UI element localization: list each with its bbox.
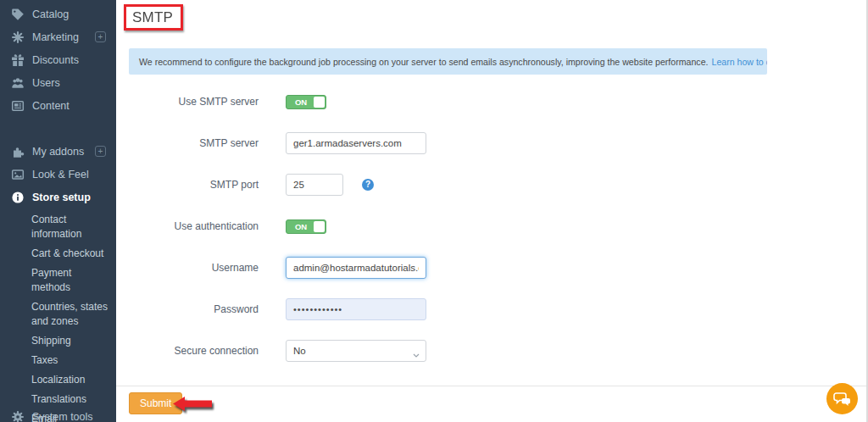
toggle-on-label: ON xyxy=(287,220,315,233)
info-banner: We recommend to configure the background… xyxy=(129,48,767,75)
sidebar-item-system-tools[interactable]: System tools xyxy=(0,405,116,422)
annotation-arrow-icon xyxy=(172,396,214,412)
sidebar-item-users[interactable]: Users xyxy=(0,71,116,94)
subitem-label: Shipping xyxy=(31,334,71,348)
sidebar-subitem-countries-states-zones[interactable]: Countries, states and zones xyxy=(0,297,116,331)
toggle-knob xyxy=(314,221,325,232)
puzzle-icon xyxy=(11,145,25,158)
store-setup-submenu: Contact information Cart & checkout Paym… xyxy=(0,210,116,422)
smtp-server-input[interactable] xyxy=(286,132,426,154)
password-input[interactable] xyxy=(286,298,426,320)
page-title: SMTP xyxy=(126,9,173,26)
chevron-down-icon xyxy=(413,349,420,359)
use-authentication-label: Use authentication xyxy=(129,215,259,237)
subitem-label: Taxes xyxy=(31,353,58,368)
sidebar-item-label: Store setup xyxy=(32,192,91,203)
main-content: SMTP We recommend to configure the backg… xyxy=(116,0,866,422)
sidebar-item-content[interactable]: Content xyxy=(0,94,116,117)
sidebar-item-catalog[interactable]: Catalog xyxy=(0,3,116,25)
subitem-label: Countries, states and zones xyxy=(31,300,109,329)
use-smtp-server-toggle[interactable]: ON xyxy=(286,95,326,109)
username-label: Username xyxy=(129,257,259,279)
chat-bubbles-icon xyxy=(833,391,852,408)
image-icon xyxy=(11,168,25,181)
tag-icon xyxy=(11,8,25,21)
sidebar-subitem-localization[interactable]: Localization xyxy=(0,370,116,390)
window-frame: Catalog Marketing + Discounts Users xyxy=(0,0,868,422)
help-icon[interactable]: ? xyxy=(362,179,374,191)
annotation-red-box: SMTP xyxy=(124,4,183,31)
gear-icon xyxy=(11,410,25,422)
smtp-server-label: SMTP server xyxy=(129,132,259,154)
use-authentication-toggle[interactable]: ON xyxy=(286,219,326,234)
newspaper-icon xyxy=(11,99,25,113)
sidebar-item-my-addons[interactable]: My addons + xyxy=(0,140,116,163)
sidebar: Catalog Marketing + Discounts Users xyxy=(0,0,116,422)
toggle-knob xyxy=(314,97,325,108)
secure-connection-label: Secure connection xyxy=(129,340,259,362)
learn-how-link[interactable]: Learn how to do this. xyxy=(711,57,767,67)
secure-connection-value: No xyxy=(293,346,306,356)
sidebar-item-label: Users xyxy=(32,77,60,89)
username-input[interactable] xyxy=(286,257,426,279)
users-icon xyxy=(11,76,25,90)
subitem-label: Payment methods xyxy=(31,266,109,295)
sidebar-item-label: Discounts xyxy=(32,54,79,66)
smtp-port-label: SMTP port xyxy=(129,174,259,196)
subitem-label: Localization xyxy=(31,373,85,387)
sidebar-section-gap xyxy=(0,117,116,140)
sidebar-item-look-and-feel[interactable]: Look & Feel xyxy=(0,163,116,186)
sidebar-item-marketing[interactable]: Marketing + xyxy=(0,25,116,48)
sidebar-item-label: Catalog xyxy=(32,8,69,20)
sidebar-subitem-payment-methods[interactable]: Payment methods xyxy=(0,264,116,297)
secure-connection-select[interactable]: No xyxy=(286,340,426,362)
plus-badge-icon[interactable]: + xyxy=(95,31,106,42)
sidebar-item-store-setup[interactable]: Store setup xyxy=(0,186,116,208)
smtp-port-input[interactable] xyxy=(286,174,343,196)
sidebar-subitem-shipping[interactable]: Shipping xyxy=(0,331,116,351)
live-chat-button[interactable] xyxy=(826,383,858,414)
sidebar-item-label: System tools xyxy=(32,411,93,422)
footer-divider xyxy=(116,386,866,386)
subitem-label: Contact information xyxy=(31,213,109,242)
sidebar-item-label: Content xyxy=(32,100,70,112)
password-label: Password xyxy=(129,298,259,320)
sidebar-item-discounts[interactable]: Discounts xyxy=(0,48,116,71)
subitem-label: Cart & checkout xyxy=(31,247,103,261)
sidebar-item-label: Look & Feel xyxy=(32,169,89,180)
sidebar-item-label: Marketing xyxy=(32,31,79,43)
sidebar-subitem-cart-checkout[interactable]: Cart & checkout xyxy=(0,244,116,264)
sidebar-menu: Catalog Marketing + Discounts Users xyxy=(0,0,116,422)
plus-badge-icon[interactable]: + xyxy=(95,146,106,157)
toggle-on-label: ON xyxy=(287,96,315,108)
banner-text: We recommend to configure the background… xyxy=(139,57,708,67)
info-icon xyxy=(11,191,25,204)
sidebar-subitem-taxes[interactable]: Taxes xyxy=(0,351,116,370)
gift-icon xyxy=(11,53,25,67)
use-smtp-server-label: Use SMTP server xyxy=(129,91,259,113)
starburst-icon xyxy=(11,31,25,44)
sidebar-item-label: My addons xyxy=(32,146,84,158)
sidebar-subitem-contact-information[interactable]: Contact information xyxy=(0,210,116,244)
